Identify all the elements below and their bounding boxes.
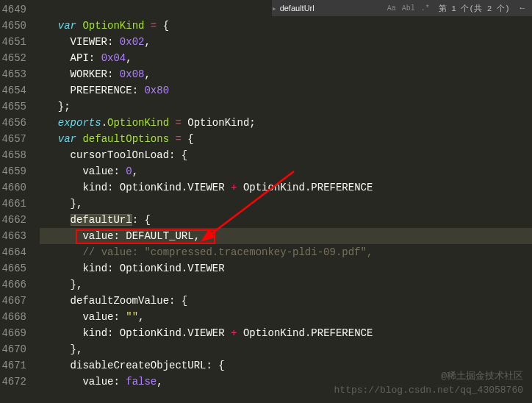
line-number: 4649 <box>0 1 26 18</box>
line-number: 4668 <box>0 309 26 325</box>
line-number: 4663 <box>0 228 26 244</box>
line-number: 4658 <box>0 147 26 163</box>
code-editor[interactable]: 4649 4650 4651 4652 4653 4654 4655 4656 … <box>0 0 532 390</box>
code-line: defaultUrl: { <box>40 212 532 228</box>
code-line: value: 0, <box>40 163 532 179</box>
code-line: API: 0x04, <box>40 50 532 66</box>
line-number: 4662 <box>0 212 26 228</box>
line-number: 4669 <box>0 325 26 341</box>
code-area[interactable]: var OptionKind = { VIEWER: 0x02, API: 0x… <box>40 1 532 390</box>
line-number: 4666 <box>0 277 26 293</box>
line-number: 4660 <box>0 179 26 196</box>
code-line: cursorToolOnLoad: { <box>40 147 532 163</box>
line-number: 4659 <box>0 163 26 179</box>
code-line: }, <box>40 341 532 357</box>
code-line: value: DEFAULT_URL, <box>40 228 532 244</box>
code-line: WORKER: 0x08, <box>40 66 532 82</box>
code-line: var OptionKind = { <box>40 18 532 34</box>
code-line: }, <box>40 196 532 212</box>
code-line: PREFERENCE: 0x80 <box>40 82 532 99</box>
code-line: var defaultOptions = { <box>40 131 532 147</box>
code-line: kind: OptionKind.VIEWER <box>40 260 532 277</box>
line-number: 4672 <box>0 374 26 390</box>
line-number: 4650 <box>0 18 26 34</box>
line-number: 4657 <box>0 131 26 147</box>
code-line: defaultZoomValue: { <box>40 293 532 309</box>
code-line: value: "", <box>40 309 532 325</box>
line-number: 4656 <box>0 115 26 131</box>
code-line: exports.OptionKind = OptionKind; <box>40 115 532 131</box>
code-line: }; <box>40 99 532 115</box>
watermark-text: https://blog.csdn.net/qq_43058760 <box>334 385 523 396</box>
watermark-text: @稀土掘金技术社区 <box>441 369 523 382</box>
line-number: 4661 <box>0 196 26 212</box>
code-line: kind: OptionKind.VIEWER + OptionKind.PRE… <box>40 179 532 196</box>
line-number: 4670 <box>0 341 26 357</box>
line-number: 4671 <box>0 357 26 374</box>
line-number: 4665 <box>0 260 26 277</box>
code-line: // value: "compressed.tracemonkey-pldi-0… <box>40 244 532 260</box>
line-number: 4655 <box>0 99 26 115</box>
line-number: 4652 <box>0 50 26 66</box>
code-line <box>40 1 532 18</box>
code-line: kind: OptionKind.VIEWER + OptionKind.PRE… <box>40 325 532 341</box>
line-number: 4664 <box>0 244 26 260</box>
line-number: 4653 <box>0 66 26 82</box>
code-line: }, <box>40 277 532 293</box>
line-number: 4651 <box>0 34 26 50</box>
line-number-gutter: 4649 4650 4651 4652 4653 4654 4655 4656 … <box>0 1 40 390</box>
line-number: 4667 <box>0 293 26 309</box>
line-number: 4654 <box>0 82 26 99</box>
code-line: VIEWER: 0x02, <box>40 34 532 50</box>
